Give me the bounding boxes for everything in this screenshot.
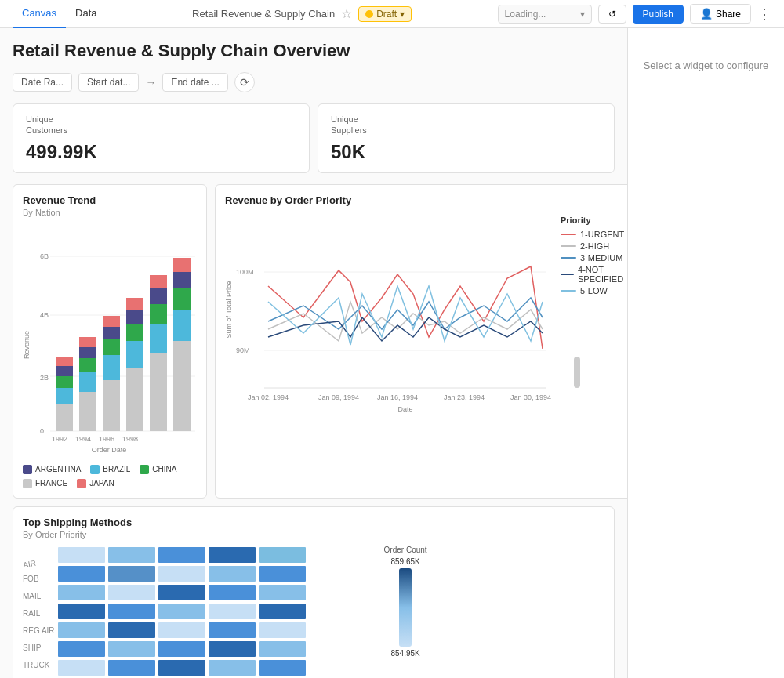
svg-rect-26: [126, 324, 143, 341]
start-date-button[interactable]: Start dat...: [78, 73, 139, 92]
svg-rect-21: [103, 339, 120, 355]
loading-select[interactable]: Loading... ▾: [498, 5, 592, 24]
tab-canvas[interactable]: Canvas: [13, 0, 66, 28]
svg-rect-66: [58, 585, 105, 600]
svg-text:1998: 1998: [122, 435, 138, 443]
heatmap-svg: [58, 546, 372, 678]
svg-rect-74: [209, 604, 256, 619]
line-chart-title: Revenue by Order Priority: [225, 194, 627, 206]
svg-rect-63: [158, 566, 205, 582]
svg-rect-18: [79, 337, 96, 347]
svg-rect-88: [158, 660, 205, 676]
svg-rect-16: [79, 358, 96, 372]
scroll-indicator[interactable]: [574, 357, 580, 388]
svg-rect-76: [58, 622, 105, 638]
svg-rect-79: [209, 622, 256, 638]
legend-china: CHINA: [140, 465, 176, 474]
svg-rect-33: [150, 275, 167, 288]
svg-rect-59: [209, 547, 256, 563]
heatmap-row: Top Shipping Methods By Order Priority A…: [13, 506, 615, 678]
color-scale-bar: [399, 568, 412, 647]
svg-rect-34: [173, 341, 191, 431]
more-options-icon[interactable]: ⋮: [757, 5, 771, 23]
end-date-button[interactable]: End date ...: [162, 73, 227, 92]
line-chart-container: Sum of Total Price 100M 90M: [225, 208, 627, 412]
dashboard-title-nav: Retail Revenue & Supply Chain: [192, 8, 335, 20]
customers-label: UniqueCustomers: [26, 114, 296, 136]
svg-text:Jan 09, 1994: Jan 09, 1994: [318, 393, 359, 401]
svg-rect-17: [79, 347, 96, 358]
page-title: Retail Revenue & Supply Chain Overview: [13, 41, 615, 61]
refresh-button[interactable]: ↺: [598, 5, 626, 24]
svg-text:Order Date: Order Date: [92, 446, 127, 454]
suppliers-value: 50K: [331, 141, 601, 163]
svg-rect-20: [103, 355, 120, 380]
svg-rect-31: [150, 304, 167, 324]
svg-text:Jan 02, 1994: Jan 02, 1994: [248, 393, 289, 401]
svg-rect-90: [259, 660, 306, 676]
svg-rect-28: [126, 298, 143, 310]
legend-low: 5-LOW: [561, 286, 627, 295]
svg-rect-61: [58, 566, 105, 582]
heatmap-main: AIR FOB MAIL RAIL REG AIR SHIP TRUCK: [23, 546, 372, 678]
legend-urgent: 1-URGENT: [561, 230, 627, 239]
svg-rect-65: [259, 566, 306, 582]
svg-text:Sum of Total Price: Sum of Total Price: [225, 281, 233, 338]
share-button[interactable]: 👤 Share: [690, 4, 751, 24]
stats-row: UniqueCustomers 499.99K UniqueSuppliers …: [13, 103, 615, 173]
revenue-trend-widget: Revenue Trend By Nation Revenue 6B 4B 2B…: [13, 184, 207, 499]
svg-rect-86: [58, 660, 105, 676]
arrow-icon: →: [145, 76, 156, 89]
svg-rect-81: [58, 641, 105, 657]
svg-text:0: 0: [40, 427, 44, 435]
svg-text:4B: 4B: [40, 311, 49, 319]
svg-rect-35: [173, 310, 191, 341]
svg-rect-68: [158, 585, 205, 600]
legend-argentina: ARGENTINA: [23, 465, 81, 474]
line-chart-svg: Sum of Total Price 100M 90M: [225, 208, 554, 412]
legend-max: 859.65K: [390, 557, 419, 566]
legend-high: 2-HIGH: [561, 241, 627, 251]
customers-value: 499.99K: [26, 141, 296, 163]
publish-button[interactable]: Publish: [633, 5, 684, 24]
svg-text:Date: Date: [397, 405, 412, 412]
legend-france: FRANCE: [23, 479, 67, 488]
heatmap-y-labels: AIR FOB MAIL RAIL REG AIR SHIP TRUCK: [23, 546, 55, 674]
svg-rect-64: [209, 566, 256, 582]
svg-text:2B: 2B: [40, 374, 49, 382]
star-icon[interactable]: ☆: [341, 6, 352, 21]
svg-text:Jan 23, 1994: Jan 23, 1994: [444, 393, 485, 401]
chevron-down-icon: ▾: [400, 9, 405, 20]
svg-rect-25: [126, 341, 143, 368]
right-panel: Select a widget to configure: [627, 28, 784, 678]
svg-text:100M: 100M: [236, 268, 254, 276]
priority-legend: 1-URGENT 2-HIGH 3-MEDIUM: [561, 230, 627, 295]
svg-rect-87: [108, 660, 155, 676]
svg-rect-78: [158, 622, 205, 638]
svg-rect-69: [209, 585, 256, 600]
heatmap-widget: Top Shipping Methods By Order Priority A…: [13, 506, 615, 678]
svg-rect-36: [173, 288, 191, 310]
svg-rect-73: [158, 604, 205, 619]
tab-data[interactable]: Data: [66, 0, 106, 28]
heatmap-subtitle: By Order Priority: [23, 530, 604, 539]
legend-brazil: BRAZIL: [90, 465, 130, 474]
date-range-button[interactable]: Date Ra...: [13, 73, 72, 92]
svg-rect-72: [108, 604, 155, 619]
legend-not-specified: 4-NOT SPECIFIED: [561, 265, 627, 284]
svg-rect-15: [79, 372, 96, 392]
svg-rect-14: [79, 392, 96, 431]
svg-rect-11: [56, 376, 73, 388]
trend-title: Revenue Trend: [23, 194, 197, 206]
line-chart-widget: Revenue by Order Priority Sum of Total P…: [215, 184, 627, 499]
svg-rect-38: [173, 258, 191, 272]
filter-refresh-button[interactable]: ⟳: [234, 72, 255, 92]
svg-rect-71: [58, 604, 105, 619]
svg-rect-32: [150, 288, 167, 304]
stat-customers: UniqueCustomers 499.99K: [13, 103, 310, 173]
draft-badge[interactable]: Draft ▾: [358, 6, 412, 22]
svg-rect-60: [259, 547, 306, 563]
order-count-label: Order Count: [384, 546, 427, 554]
svg-rect-56: [58, 547, 105, 563]
heatmap-container: AIR FOB MAIL RAIL REG AIR SHIP TRUCK: [23, 546, 604, 678]
